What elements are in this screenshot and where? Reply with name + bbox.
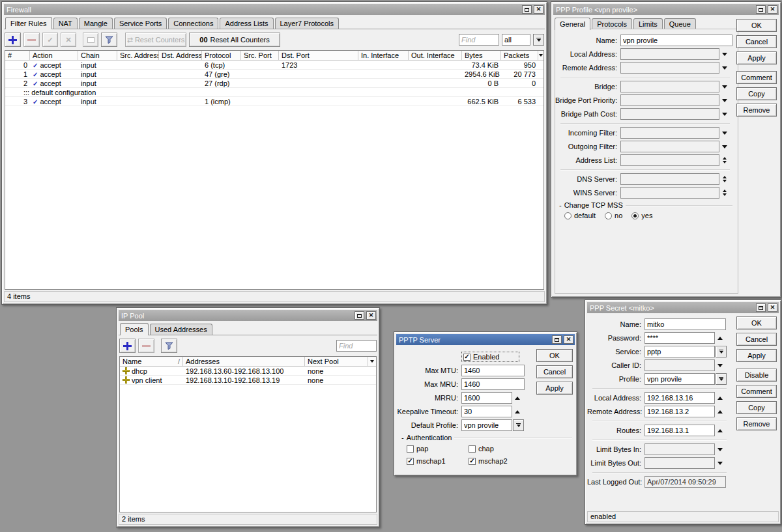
maximize-button[interactable] bbox=[522, 5, 532, 14]
remote-address-collapse[interactable] bbox=[715, 410, 725, 413]
outgoing-filter-input[interactable] bbox=[620, 141, 719, 152]
remove-button[interactable]: Remove bbox=[736, 104, 777, 117]
tab-limits[interactable]: Limits bbox=[633, 18, 663, 29]
remove-button[interactable] bbox=[23, 33, 40, 47]
ip-pool-titlebar[interactable]: IP Pool ✕ bbox=[119, 310, 377, 321]
max-mtu-input[interactable] bbox=[461, 365, 525, 376]
maximize-button[interactable] bbox=[756, 303, 766, 312]
table-row[interactable]: 1 ✓accept input 47 (gre) 2954.6 KiB 20 7… bbox=[5, 70, 543, 79]
tab-layer7-protocols[interactable]: Layer7 Protocols bbox=[275, 18, 340, 29]
dns-server-spinner[interactable] bbox=[719, 176, 730, 182]
comment-row[interactable]: ::: default configuration bbox=[5, 88, 543, 97]
table-row[interactable]: 2 ✓accept input 27 (rdp) 0 B 0 bbox=[5, 79, 543, 88]
apply-button[interactable]: Apply bbox=[736, 349, 777, 362]
routes-collapse[interactable] bbox=[715, 429, 725, 432]
bridge-input[interactable] bbox=[620, 81, 719, 92]
limit-bytes-in-dropdown[interactable] bbox=[715, 448, 725, 451]
close-button[interactable]: ✕ bbox=[768, 5, 777, 14]
column-selector-button[interactable] bbox=[538, 51, 543, 60]
default-profile-input[interactable] bbox=[461, 419, 512, 431]
password-input[interactable] bbox=[644, 332, 715, 344]
filter-button[interactable] bbox=[101, 33, 117, 47]
filter-scope-dropdown-button[interactable] bbox=[533, 34, 544, 46]
remove-button[interactable] bbox=[138, 339, 154, 353]
local-address-collapse[interactable] bbox=[715, 397, 725, 400]
tab-general[interactable]: General bbox=[555, 18, 590, 30]
keepalive-collapse[interactable] bbox=[512, 410, 523, 413]
limit-bytes-out-dropdown[interactable] bbox=[715, 462, 725, 465]
remote-address-input[interactable] bbox=[644, 406, 715, 417]
col-header-dst-address[interactable]: Dst. Address bbox=[159, 51, 202, 60]
tab-used-addresses[interactable]: Used Addresses bbox=[150, 324, 212, 335]
remote-address-input[interactable] bbox=[620, 62, 719, 74]
chap-checkbox[interactable]: chap bbox=[469, 445, 494, 453]
find-input[interactable] bbox=[459, 34, 499, 46]
enable-button[interactable]: ✓ bbox=[42, 33, 58, 47]
service-input[interactable] bbox=[644, 346, 715, 357]
tab-service-ports[interactable]: Service Ports bbox=[114, 18, 167, 29]
name-input[interactable] bbox=[644, 318, 726, 330]
col-header-chain[interactable]: Chain bbox=[78, 51, 117, 60]
mschap2-checkbox[interactable]: mschap2 bbox=[469, 457, 508, 465]
col-header-packets[interactable]: Packets bbox=[501, 51, 538, 60]
col-header-bytes[interactable]: Bytes bbox=[462, 51, 501, 60]
pap-checkbox[interactable]: pap bbox=[407, 445, 469, 453]
bridge-dropdown[interactable] bbox=[719, 85, 730, 89]
limit-bytes-in-input[interactable] bbox=[644, 443, 715, 455]
wins-server-spinner[interactable] bbox=[719, 189, 730, 196]
local-address-input[interactable] bbox=[644, 392, 715, 404]
radio-default[interactable]: default bbox=[564, 212, 596, 219]
bridge-port-priority-dropdown[interactable] bbox=[719, 99, 730, 102]
find-input[interactable] bbox=[336, 340, 377, 352]
col-header-addresses[interactable]: Addresses bbox=[183, 357, 305, 366]
address-list-spinner[interactable] bbox=[719, 157, 730, 163]
apply-button[interactable]: Apply bbox=[736, 51, 777, 64]
profile-dropdown-button[interactable] bbox=[716, 373, 727, 385]
service-dropdown-button[interactable] bbox=[716, 346, 727, 357]
bridge-path-cost-input[interactable] bbox=[620, 108, 719, 120]
reset-counters-button[interactable]: ⇄ Reset Counters bbox=[125, 33, 186, 47]
copy-button[interactable]: Copy bbox=[736, 401, 777, 414]
local-address-input[interactable] bbox=[620, 48, 719, 60]
tab-nat[interactable]: NAT bbox=[53, 18, 78, 29]
tab-pools[interactable]: Pools bbox=[120, 323, 149, 335]
tab-connections[interactable]: Connections bbox=[168, 18, 218, 29]
filter-button[interactable] bbox=[161, 339, 177, 353]
enabled-checkbox[interactable]: Enabled bbox=[462, 352, 519, 361]
col-header-in-interface[interactable]: In. Interface bbox=[358, 51, 409, 60]
incoming-filter-input[interactable] bbox=[620, 127, 719, 139]
ppp-secret-titlebar[interactable]: PPP Secret <mitko> ✕ bbox=[587, 302, 779, 313]
password-collapse[interactable] bbox=[715, 337, 725, 340]
maximize-button[interactable] bbox=[355, 311, 364, 320]
incoming-filter-dropdown[interactable] bbox=[719, 132, 730, 135]
default-profile-dropdown-button[interactable] bbox=[513, 419, 524, 431]
bridge-path-cost-dropdown[interactable] bbox=[719, 113, 730, 116]
keepalive-timeout-input[interactable] bbox=[461, 406, 512, 417]
disable-button[interactable]: ✕ bbox=[61, 33, 76, 47]
routes-input[interactable] bbox=[644, 425, 715, 436]
col-header-src-port[interactable]: Src. Port bbox=[241, 51, 279, 60]
add-button[interactable] bbox=[5, 33, 21, 47]
mrru-collapse[interactable] bbox=[512, 397, 523, 400]
tab-mangle[interactable]: Mangle bbox=[79, 18, 113, 29]
disable-button[interactable]: Disable bbox=[736, 369, 777, 382]
maximize-button[interactable] bbox=[756, 5, 766, 14]
firewall-titlebar[interactable]: Firewall ✕ bbox=[4, 4, 545, 15]
tab-filter-rules[interactable]: Filter Rules bbox=[5, 17, 52, 29]
copy-button[interactable]: Copy bbox=[736, 87, 777, 100]
list-item[interactable]: dhcp 192.168.13.60-192.168.13.100 none bbox=[120, 367, 376, 376]
tab-address-lists[interactable]: Address Lists bbox=[220, 18, 273, 29]
remote-address-dropdown[interactable] bbox=[719, 66, 730, 70]
caller-id-dropdown[interactable] bbox=[715, 364, 725, 367]
ok-button[interactable]: OK bbox=[736, 316, 777, 329]
col-header-protocol[interactable]: Protocol bbox=[202, 51, 241, 60]
bridge-port-priority-input[interactable] bbox=[620, 94, 719, 106]
dns-server-input[interactable] bbox=[620, 173, 719, 185]
name-input[interactable] bbox=[620, 35, 732, 46]
apply-button[interactable]: Apply bbox=[536, 382, 573, 395]
maximize-button[interactable] bbox=[552, 335, 562, 344]
tab-queue[interactable]: Queue bbox=[664, 18, 696, 29]
remove-button[interactable]: Remove bbox=[736, 417, 777, 430]
caller-id-input[interactable] bbox=[644, 359, 715, 371]
ppp-profile-titlebar[interactable]: PPP Profile <vpn provile> ✕ bbox=[553, 4, 779, 15]
